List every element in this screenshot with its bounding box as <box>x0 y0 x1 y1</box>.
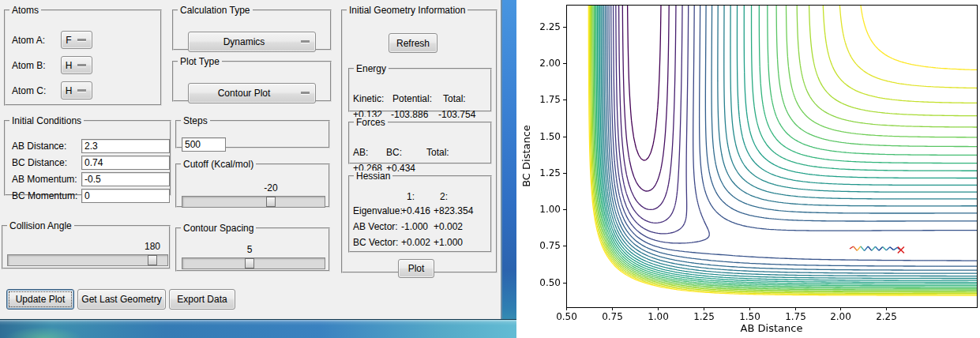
forces-group: Forces AB: BC: Total: +0.268 +0.434 <box>348 117 492 164</box>
contour-figure <box>516 0 980 338</box>
collision-angle-value: 180 <box>145 241 160 252</box>
collision-angle-slider[interactable]: 180 <box>7 241 168 268</box>
calculation-type-group: Calculation Type Dynamics <box>172 5 332 51</box>
ab-vector-2: +0.002 <box>434 221 463 232</box>
contour-spacing-slider[interactable]: 5 <box>182 244 325 271</box>
contour-spacing-slider-trough[interactable] <box>182 257 325 269</box>
dropdown-indicator-icon <box>301 92 310 94</box>
plot-type-dropdown[interactable]: Contour Plot <box>188 83 316 103</box>
refresh-button[interactable]: Refresh <box>389 33 437 53</box>
dropdown-indicator-icon <box>77 64 86 66</box>
ab-momentum-input[interactable] <box>81 172 170 186</box>
plot-type-title: Plot Type <box>178 56 222 67</box>
energy-title: Energy <box>354 63 389 74</box>
ab-distance-label: AB Distance: <box>12 141 66 152</box>
eigenvalue-1: +0.416 <box>401 205 430 216</box>
atom-b-value: H <box>62 60 76 71</box>
cutoff-value: -20 <box>264 182 277 193</box>
plot-type-value: Contour Plot <box>189 88 299 99</box>
screen: Atoms Atom A: F Atom B: H Atom C: H Calc… <box>0 0 980 338</box>
cutoff-slider-thumb[interactable] <box>266 197 276 207</box>
atom-b-dropdown[interactable]: H <box>61 56 92 74</box>
hessian-title: Hessian <box>354 171 392 182</box>
desktop-wallpaper <box>502 0 516 338</box>
hessian-group: Hessian 1: 2: Eigenvalue: +0.416 +823.35… <box>348 171 492 253</box>
contour-spacing-value: 5 <box>247 244 253 255</box>
get-last-geometry-button[interactable]: Get Last Geometry <box>77 289 166 310</box>
contour-spacing-slider-thumb[interactable] <box>245 258 254 269</box>
steps-input[interactable] <box>182 137 226 152</box>
dropdown-indicator-icon <box>301 40 310 43</box>
dropdown-indicator-icon <box>77 39 86 41</box>
hessian-col2-header: 2: <box>440 191 448 202</box>
ab-momentum-label: AB Momentum: <box>12 174 77 185</box>
atom-c-label: Atom C: <box>12 85 46 96</box>
bc-distance-label: BC Distance: <box>12 157 67 168</box>
taskbar[interactable] <box>0 319 516 338</box>
ab-vector-label: AB Vector: <box>353 221 398 232</box>
plot-button[interactable]: Plot <box>398 259 434 278</box>
bc-distance-input[interactable] <box>81 156 170 170</box>
initial-conditions-title: Initial Conditions <box>9 115 84 126</box>
contour-plot-canvas <box>516 0 980 338</box>
atoms-group-title: Atoms <box>9 5 41 16</box>
force-ab-header: AB: <box>353 147 368 158</box>
forces-title: Forces <box>354 117 388 128</box>
cutoff-slider[interactable]: -20 <box>182 182 325 209</box>
energy-group: Energy Kinetic: Potential: Total: +0.132… <box>348 63 492 112</box>
total-header: Total: <box>443 93 466 104</box>
ab-vector-1: -1.000 <box>401 221 428 232</box>
bc-momentum-label: BC Momentum: <box>12 190 77 201</box>
collision-angle-slider-thumb[interactable] <box>148 255 157 265</box>
bc-vector-label: BC Vector: <box>353 237 398 248</box>
atom-c-dropdown[interactable]: H <box>61 81 92 100</box>
app-window: Atoms Atom A: F Atom B: H Atom C: H Calc… <box>0 0 502 319</box>
atom-a-value: F <box>62 35 76 46</box>
dropdown-indicator-icon <box>77 89 86 92</box>
bc-momentum-input[interactable] <box>81 189 170 203</box>
steps-group: Steps <box>175 115 330 148</box>
calculation-type-title: Calculation Type <box>178 5 253 16</box>
collision-angle-title: Collision Angle <box>7 220 74 231</box>
initial-geometry-title: Initial Geometry Information <box>347 5 467 16</box>
eigenvalue-label: Eigenvalue: <box>353 205 403 216</box>
collision-angle-group: Collision Angle 180 <box>2 220 171 269</box>
calculation-type-value: Dynamics <box>189 36 299 47</box>
bc-vector-1: +0.002 <box>401 237 430 248</box>
collision-angle-slider-trough[interactable] <box>7 254 168 266</box>
atom-b-label: Atom B: <box>12 60 46 71</box>
update-plot-button[interactable]: Update Plot <box>6 289 74 310</box>
bc-vector-2: +1.000 <box>434 237 463 248</box>
force-bc-header: BC: <box>386 147 402 158</box>
contour-spacing-group: Contour Spacing 5 <box>175 223 330 272</box>
force-total-header: Total: <box>426 147 449 158</box>
atom-a-dropdown[interactable]: F <box>61 31 92 49</box>
potential-header: Potential: <box>392 93 432 104</box>
steps-title: Steps <box>181 115 210 126</box>
atom-c-value: H <box>62 85 76 96</box>
calculation-type-dropdown[interactable]: Dynamics <box>188 32 316 52</box>
eigenvalue-2: +823.354 <box>434 205 473 216</box>
export-data-button[interactable]: Export Data <box>169 289 235 310</box>
cutoff-group: Cutoff (Kcal/mol) -20 <box>175 159 330 208</box>
initial-geometry-group: Initial Geometry Information Refresh Ene… <box>341 5 498 273</box>
atoms-group: Atoms Atom A: F Atom B: H Atom C: H <box>4 5 162 106</box>
initial-conditions-group: Initial Conditions AB Distance: BC Dista… <box>4 115 171 196</box>
contour-spacing-title: Contour Spacing <box>181 223 256 234</box>
hessian-col1-header: 1: <box>407 191 415 202</box>
cutoff-title: Cutoff (Kcal/mol) <box>181 159 256 170</box>
plot-type-group: Plot Type Contour Plot <box>172 56 332 102</box>
kinetic-header: Kinetic: <box>353 93 384 104</box>
atom-a-label: Atom A: <box>12 35 45 46</box>
cutoff-slider-trough[interactable] <box>182 196 325 208</box>
ab-distance-input[interactable] <box>81 139 170 153</box>
